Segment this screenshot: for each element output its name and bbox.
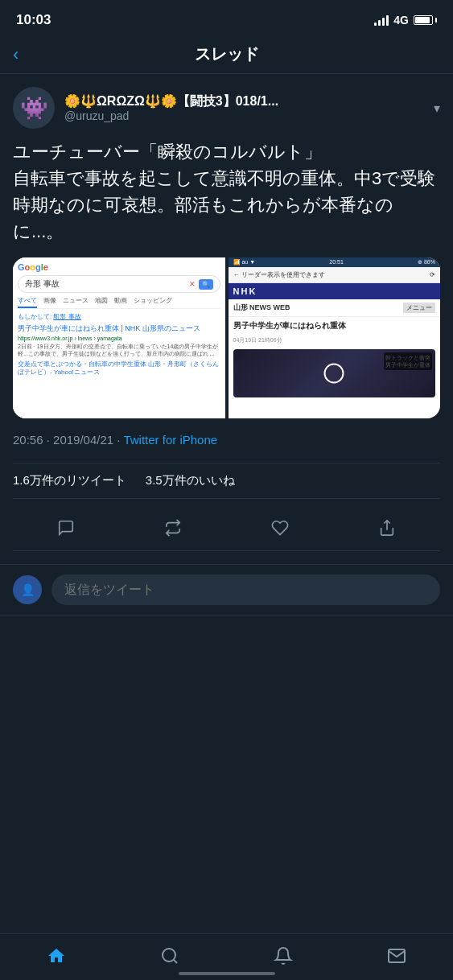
tweet-timestamp: 20:56 · 2019/04/21 <box>13 433 113 447</box>
tweet-container: 👾 🌼🔱ΩRΩZΩ🔱🌼【闘技3】018/1... @uruzu_pad ▾ ユー… <box>0 74 453 565</box>
retweet-count[interactable]: 1.6万件のリツイート <box>13 473 126 488</box>
tweet-meta: 20:56 · 2019/04/21 · Twitter for iPhone <box>13 431 440 450</box>
mail-icon <box>387 946 406 966</box>
nav-notifications[interactable] <box>263 938 303 974</box>
tweet-source[interactable]: Twitter for iPhone <box>123 433 217 447</box>
author-handle: @uruzu_pad <box>64 109 424 122</box>
tweet-text: ユーチューバー「瞬殺のコルバルト」 自転車で事故を起こして意識不明の重体。中3で… <box>13 138 440 245</box>
chevron-down-icon[interactable]: ▾ <box>434 101 440 116</box>
nav-messages[interactable] <box>377 938 417 974</box>
page-title: スレッド <box>195 43 259 65</box>
reply-button[interactable] <box>50 512 82 544</box>
retweet-button[interactable] <box>157 512 189 544</box>
author-info: 🌼🔱ΩRΩZΩ🔱🌼【闘技3】018/1... @uruzu_pad <box>64 93 424 123</box>
svg-point-1 <box>163 949 175 961</box>
nav-search[interactable] <box>150 938 190 974</box>
author-row: 👾 🌼🔱ΩRΩZΩ🔱🌼【闘技3】018/1... @uruzu_pad ▾ <box>13 87 440 129</box>
nhk-screenshot: 📶 au ▼ 20:51 ⊕ 86% ← リーダー表示を使用できます ⟳ NHK… <box>229 257 441 418</box>
media-container[interactable]: Google 舟形 事故 ✕ 🔍 すべて 画像 ニュース 地図 動画 ショッピン… <box>13 257 440 418</box>
action-buttons <box>13 505 440 551</box>
tweet-stats: 1.6万件のリツイート 3.5万件のいいね <box>13 463 440 499</box>
status-bar: 10:03 4G <box>0 0 453 35</box>
google-screenshot: Google 舟形 事故 ✕ 🔍 すべて 画像 ニュース 地図 動画 ショッピン… <box>13 257 225 418</box>
reply-input[interactable] <box>51 574 440 605</box>
header: ‹ スレッド <box>0 35 453 74</box>
home-indicator <box>179 972 275 975</box>
battery-icon <box>414 15 437 25</box>
avatar[interactable]: 👾 <box>13 87 55 129</box>
author-name: 🌼🔱ΩRΩZΩ🔱🌼【闘技3】018/1... <box>64 93 424 110</box>
like-count[interactable]: 3.5万件のいいね <box>146 473 235 488</box>
network-label: 4G <box>393 14 409 27</box>
reply-avatar: 👤 <box>13 575 42 604</box>
signal-icon <box>374 14 389 26</box>
svg-line-2 <box>174 959 177 962</box>
search-icon <box>160 946 179 966</box>
reply-container: 👤 <box>0 565 453 616</box>
share-button[interactable] <box>371 512 403 544</box>
back-button[interactable]: ‹ <box>13 44 19 65</box>
like-button[interactable] <box>264 512 296 544</box>
bell-icon <box>274 946 293 966</box>
status-icons: 4G <box>374 14 437 27</box>
nav-home[interactable] <box>36 938 76 974</box>
status-time: 10:03 <box>16 12 51 28</box>
home-icon <box>47 946 66 966</box>
